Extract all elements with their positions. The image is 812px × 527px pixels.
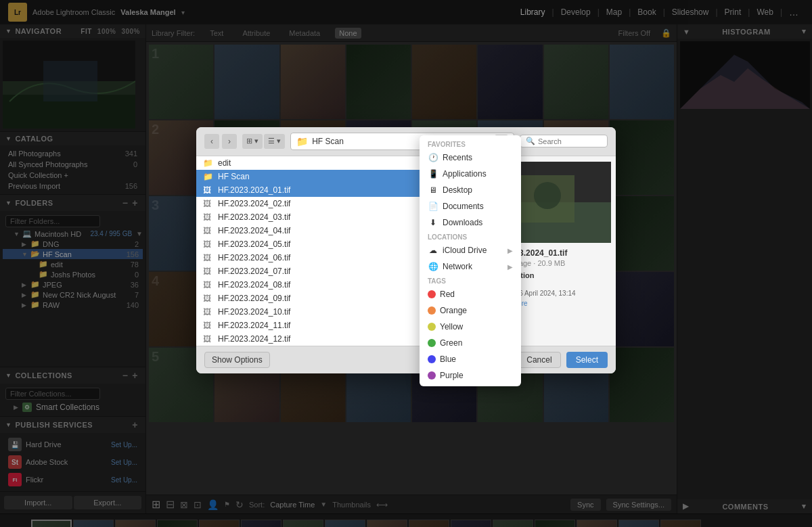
fb-filename-01: HF.2023.2024_01.tif [218,185,290,195]
fav-yellow-tag[interactable]: Yellow [420,319,521,335]
fb-filename-02: HF.2023.2024_02.tif [218,199,290,208]
fb-filename-11: HF.2023.2024_11.tif [218,321,290,330]
recents-icon: 🕐 [428,153,438,162]
fav-icloud[interactable]: ☁ iCloud Drive ▶ [420,242,521,258]
orange-tag-dot [428,306,436,315]
red-tag-dot [428,290,436,298]
green-tag-dot [428,339,436,347]
purple-tag-dot [428,371,436,380]
fb-titlebar: ‹ › ⊞ ▾ ☰ ▾ 📁 HF Scan ⟳ 🔍 [196,127,616,156]
fb-select-button[interactable]: Select [566,352,608,368]
tif-icon-11: 🖼 [203,321,214,330]
fav-downloads[interactable]: ⬇ Downloads [420,214,521,231]
downloads-icon: ⬇ [428,218,438,227]
fb-search-icon: 🔍 [526,137,535,145]
fb-filename-07: HF.2023.2024_07.tif [218,267,290,276]
tif-icon-12: 🖼 [203,334,214,344]
favorites-dropdown: Favorites 🕐 Recents 📱 Applications 🖥 Des… [420,135,521,386]
tif-icon-10: 🖼 [203,307,214,317]
fb-filename-05: HF.2023.2024_05.tif [218,239,290,249]
network-icon: 🌐 [428,262,438,271]
fb-view-buttons: ⊞ ▾ ☰ ▾ [242,134,285,149]
fb-search-input[interactable] [538,137,599,145]
svg-point-8 [534,182,561,209]
fb-back-button[interactable]: ‹ [204,134,219,149]
fb-filename-09: HF.2023.2024_09.tif [218,294,290,303]
network-label: Network [443,262,472,271]
fb-cancel-button[interactable]: Cancel [518,352,560,368]
fav-recents[interactable]: 🕐 Recents [420,150,521,166]
fav-documents-label: Documents [443,202,484,211]
tif-icon-02: 🖼 [203,199,214,208]
fb-show-options-button[interactable]: Show Options [204,352,270,368]
file-browser-dialog: ‹ › ⊞ ▾ ☰ ▾ 📁 HF Scan ⟳ 🔍 [196,127,616,373]
green-tag-label: Green [440,338,462,348]
fav-downloads-label: Downloads [443,218,482,227]
fav-orange-tag[interactable]: Orange [420,302,521,319]
tif-icon-09: 🖼 [203,294,214,303]
icloud-icon: ☁ [428,246,438,255]
fb-filename-06: HF.2023.2024_06.tif [218,253,290,262]
tif-icon-05: 🖼 [203,239,214,249]
tif-icon-08: 🖼 [203,280,214,290]
fb-filename-04: HF.2023.2024_04.tif [218,226,290,235]
blue-tag-dot [428,355,436,363]
fb-filename-12: HF.2023.2024_12.tif [218,334,290,344]
documents-icon: 📄 [428,202,438,211]
fb-filename-08: HF.2023.2024_08.tif [218,280,290,290]
fav-desktop-label: Desktop [443,185,472,195]
fb-filename-10: HF.2023.2024_10.tif [218,307,290,317]
fav-red-tag[interactable]: Red [420,286,521,302]
folder-edit-name: edit [218,158,231,168]
network-arrow: ▶ [508,263,513,271]
folder-hfscan-name: HF Scan [218,172,250,181]
fb-search-bar: 🔍 [520,135,608,147]
applications-icon: 📱 [428,169,438,179]
fav-applications[interactable]: 📱 Applications [420,166,521,182]
tif-icon-01: 🖼 [203,185,214,195]
folder-hfscan-icon: 📁 [203,172,214,181]
icloud-label: iCloud Drive [443,246,487,255]
orange-tag-label: Orange [440,306,467,315]
fav-network[interactable]: 🌐 Network ▶ [420,258,521,275]
fb-footer: Show Options Cancel Select [196,346,616,373]
tags-section-label: Tags [420,275,521,286]
tif-icon-04: 🖼 [203,226,214,235]
tif-icon-03: 🖼 [203,212,214,222]
desktop-icon: 🖥 [428,185,438,195]
file-browser-overlay: Favorites 🕐 Recents 📱 Applications 🖥 Des… [0,0,812,527]
favorites-section-label: Favorites [420,138,521,150]
icloud-arrow: ▶ [508,247,513,254]
fav-documents[interactable]: 📄 Documents [420,198,521,214]
fav-purple-tag[interactable]: Purple [420,367,521,384]
fb-body: 📁 edit › 📁 HF Scan › 🖼 HF.2023.202 [196,156,616,346]
fb-footer-buttons: Cancel Select [518,352,608,368]
fb-forward-button[interactable]: › [222,134,237,149]
fb-filename-03: HF.2023.2024_03.tif [218,212,290,222]
fb-location-folder-icon: 📁 [296,136,308,147]
red-tag-label: Red [440,290,455,299]
tif-icon-06: 🖼 [203,253,214,262]
blue-tag-label: Blue [440,354,456,364]
yellow-tag-label: Yellow [440,322,463,331]
fb-nav-buttons: ‹ › [204,134,237,149]
yellow-tag-dot [428,323,436,331]
fav-desktop[interactable]: 🖥 Desktop [420,182,521,198]
fav-recents-label: Recents [443,153,472,162]
fb-icon-view-btn[interactable]: ⊞ ▾ [242,134,263,149]
tif-icon-07: 🖼 [203,267,214,276]
fb-list-view-btn[interactable]: ☰ ▾ [264,134,285,149]
purple-tag-label: Purple [440,371,464,380]
folder-icon: 📁 [203,158,214,168]
fav-green-tag[interactable]: Green [420,335,521,351]
locations-section-label: Locations [420,231,521,242]
fav-applications-label: Applications [443,169,487,179]
fav-blue-tag[interactable]: Blue [420,351,521,367]
